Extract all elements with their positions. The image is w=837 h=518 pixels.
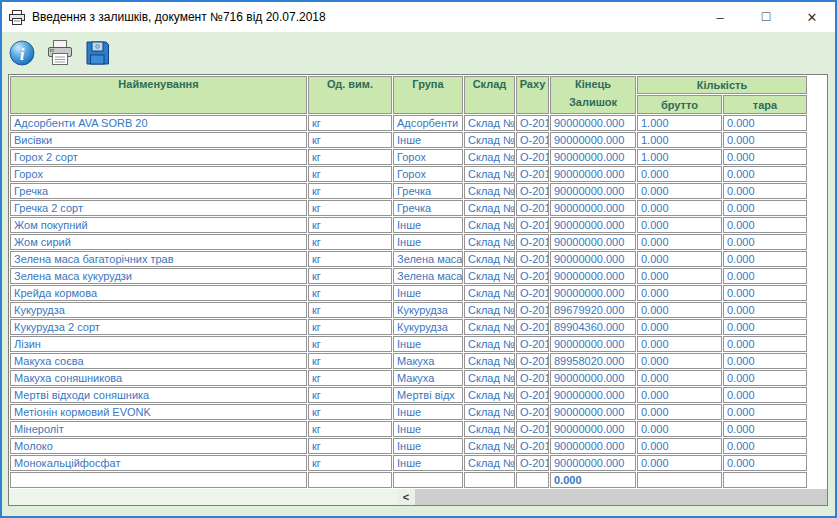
cell-group[interactable]: Макуха <box>393 353 463 369</box>
cell-gross[interactable]: 0.000 <box>637 251 722 267</box>
cell-unit[interactable]: кг <box>308 166 392 182</box>
cell-gross[interactable]: 0.000 <box>637 336 722 352</box>
cell-end_balance[interactable]: 89679920.000 <box>550 302 636 318</box>
cell-end_balance[interactable]: 89904360.000 <box>550 319 636 335</box>
close-button[interactable]: ✕ <box>789 2 835 32</box>
cell-account[interactable]: О-201 <box>516 302 549 318</box>
cell-tare[interactable]: 0.000 <box>723 166 807 182</box>
cell-group[interactable]: Інше <box>393 285 463 301</box>
cell-name[interactable]: Висівки <box>10 132 307 148</box>
cell-gross[interactable]: 0.000 <box>637 217 722 233</box>
cell-unit[interactable]: кг <box>308 455 392 471</box>
cell-unit[interactable]: кг <box>308 183 392 199</box>
cell-group[interactable]: Інше <box>393 336 463 352</box>
cell-tare[interactable]: 0.000 <box>723 251 807 267</box>
cell-name[interactable]: Горох <box>10 166 307 182</box>
cell-end_balance[interactable]: 90000000.000 <box>550 421 636 437</box>
cell-unit[interactable]: кг <box>308 251 392 267</box>
cell-unit[interactable]: кг <box>308 268 392 284</box>
cell-unit[interactable]: кг <box>308 421 392 437</box>
cell-group[interactable]: Інше <box>393 438 463 454</box>
cell-warehouse[interactable]: Склад №1 <box>464 455 515 471</box>
cell-unit[interactable]: кг <box>308 387 392 403</box>
cell-tare[interactable]: 0.000 <box>723 285 807 301</box>
cell-warehouse[interactable]: Склад №1 <box>464 115 515 131</box>
cell-account[interactable]: О-201 <box>516 251 549 267</box>
cell-account[interactable]: О-201 <box>516 149 549 165</box>
cell-tare[interactable]: 0.000 <box>723 438 807 454</box>
cell-unit[interactable]: кг <box>308 115 392 131</box>
cell-name[interactable]: Крейда кормова <box>10 285 307 301</box>
cell-end_balance[interactable]: 90000000.000 <box>550 200 636 216</box>
cell-tare[interactable]: 0.000 <box>723 421 807 437</box>
cell-warehouse[interactable]: Склад №1 <box>464 438 515 454</box>
cell-end_balance[interactable]: 90000000.000 <box>550 268 636 284</box>
cell-warehouse[interactable]: Склад №1 <box>464 234 515 250</box>
cell-warehouse[interactable]: Склад №1 <box>464 302 515 318</box>
cell-gross[interactable]: 0.000 <box>637 319 722 335</box>
cell-unit[interactable]: кг <box>308 404 392 420</box>
cell-group[interactable]: Інше <box>393 217 463 233</box>
cell-warehouse[interactable]: Склад №1 <box>464 353 515 369</box>
cell-end_balance[interactable]: 90000000.000 <box>550 149 636 165</box>
cell-end_balance[interactable]: 89958020.000 <box>550 353 636 369</box>
cell-gross[interactable]: 0.000 <box>637 285 722 301</box>
cell-tare[interactable]: 0.000 <box>723 319 807 335</box>
cell-name[interactable]: Адсорбенти AVA SORB 20 <box>10 115 307 131</box>
cell-account[interactable]: О-201 <box>516 268 549 284</box>
scroll-left-button[interactable]: < <box>397 489 415 505</box>
cell-gross[interactable]: 0.000 <box>637 455 722 471</box>
minimize-button[interactable]: – <box>697 2 743 32</box>
cell-group[interactable]: Горох <box>393 149 463 165</box>
cell-end_balance[interactable]: 90000000.000 <box>550 217 636 233</box>
cell-warehouse[interactable]: Склад №1 <box>464 404 515 420</box>
save-button[interactable] <box>85 40 110 70</box>
cell-gross[interactable]: 0.000 <box>637 353 722 369</box>
print-button[interactable] <box>46 40 74 70</box>
cell-account[interactable]: О-201 <box>516 404 549 420</box>
cell-group[interactable]: Інше <box>393 234 463 250</box>
cell-gross[interactable]: 0.000 <box>637 370 722 386</box>
maximize-button[interactable]: □ <box>743 2 789 32</box>
cell-group[interactable]: Мертві відх <box>393 387 463 403</box>
cell-gross[interactable]: 0.000 <box>637 387 722 403</box>
cell-account[interactable]: О-201 <box>516 370 549 386</box>
cell-end_balance[interactable]: 90000000.000 <box>550 166 636 182</box>
cell-warehouse[interactable]: Склад №1 <box>464 166 515 182</box>
cell-name[interactable]: Метіонін кормовий EVONK <box>10 404 307 420</box>
cell-gross[interactable]: 0.000 <box>637 404 722 420</box>
cell-unit[interactable]: кг <box>308 370 392 386</box>
cell-tare[interactable]: 0.000 <box>723 353 807 369</box>
cell-gross[interactable]: 0.000 <box>637 166 722 182</box>
cell-unit[interactable]: кг <box>308 234 392 250</box>
cell-warehouse[interactable]: Склад №1 <box>464 387 515 403</box>
info-button[interactable]: i <box>9 40 35 70</box>
cell-group[interactable]: Адсорбенти <box>393 115 463 131</box>
cell-account[interactable]: О-201 <box>516 421 549 437</box>
cell-gross[interactable]: 0.000 <box>637 302 722 318</box>
cell-name[interactable]: Молоко <box>10 438 307 454</box>
cell-name[interactable]: Макуха соєва <box>10 353 307 369</box>
cell-end_balance[interactable]: 90000000.000 <box>550 455 636 471</box>
cell-end_balance[interactable]: 90000000.000 <box>550 336 636 352</box>
cell-tare[interactable]: 0.000 <box>723 370 807 386</box>
cell-group[interactable]: Зелена маса <box>393 251 463 267</box>
cell-tare[interactable]: 0.000 <box>723 200 807 216</box>
cell-tare[interactable]: 0.000 <box>723 455 807 471</box>
cell-group[interactable]: Кукурудза <box>393 302 463 318</box>
cell-unit[interactable]: кг <box>308 353 392 369</box>
cell-gross[interactable]: 0.000 <box>637 268 722 284</box>
cell-name[interactable]: Жом покупний <box>10 217 307 233</box>
cell-tare[interactable]: 0.000 <box>723 336 807 352</box>
cell-tare[interactable]: 0.000 <box>723 115 807 131</box>
cell-end_balance[interactable]: 90000000.000 <box>550 183 636 199</box>
cell-account[interactable]: О-201 <box>516 387 549 403</box>
cell-tare[interactable]: 0.000 <box>723 268 807 284</box>
cell-gross[interactable]: 0.000 <box>637 183 722 199</box>
cell-gross[interactable]: 0.000 <box>637 438 722 454</box>
cell-account[interactable]: О-201 <box>516 353 549 369</box>
cell-account[interactable]: О-201 <box>516 336 549 352</box>
cell-account[interactable]: О-201 <box>516 455 549 471</box>
cell-unit[interactable]: кг <box>308 336 392 352</box>
cell-warehouse[interactable]: Склад №1 <box>464 217 515 233</box>
